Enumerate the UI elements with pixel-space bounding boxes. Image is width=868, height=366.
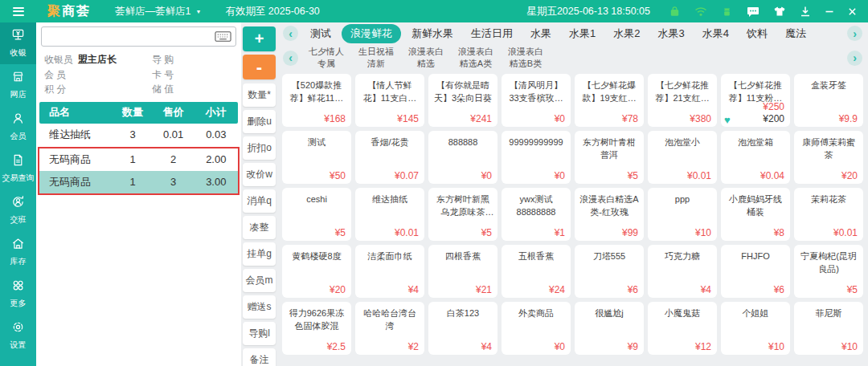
sidebar-item-交班[interactable]: 交班 [0,189,36,231]
column-header: 售价 [153,105,194,120]
category-tab-新鲜水果[interactable]: 新鲜水果 [404,24,461,43]
product-card[interactable]: 外卖商品¥0 [502,302,571,355]
sidebar-item-交易查询[interactable]: 交易查询 [0,148,36,189]
sidebar-item-更多[interactable]: 更多 [0,273,36,315]
product-card[interactable]: 小鹿妈妈牙线桶装¥8 [721,188,790,241]
product-card[interactable]: 巧克力糖¥4 [648,245,717,298]
product-card[interactable]: 【七夕鲜花爆款】19支红玫瑰花¥78 [575,74,644,127]
product-card[interactable]: ceshi¥5 [282,188,351,241]
product-card[interactable]: 白茶123¥4 [428,302,497,355]
product-card[interactable]: 【七夕鲜花推荐】11支粉玫瑰花¥250¥200♥ [721,74,790,127]
product-card[interactable]: 哈哈哈台湾台湾¥2 [355,302,424,355]
product-card[interactable]: 东方树叶青柑普洱¥5 [575,131,644,184]
product-card[interactable]: 泡泡堂小¥0.01 [648,131,717,184]
wifi-icon[interactable] [694,6,707,17]
product-card[interactable]: 洁柔面巾纸¥4 [355,245,424,298]
category-tab-水果3[interactable]: 水果3 [650,24,691,43]
product-card[interactable]: 菲尼斯¥10 [794,302,863,355]
sidebar-item-收银[interactable]: 收银 [0,22,36,64]
sidebar-item-会员[interactable]: 会员 [0,106,36,148]
cart-row[interactable]: 无码商品122.00 [39,148,238,171]
product-card[interactable]: 康师傅茉莉蜜茶¥20 [794,131,863,184]
action-button-会员m[interactable]: 会员m [243,269,276,292]
quantity-minus-button[interactable]: - [243,55,276,79]
message-icon[interactable] [747,6,760,18]
category-tab-水果[interactable]: 水果 [523,24,559,43]
product-card[interactable]: 99999999999¥0 [502,131,571,184]
android-icon[interactable] [721,6,733,18]
menu-icon[interactable] [0,7,36,16]
product-card[interactable]: 茉莉花茶¥0.01 [794,188,863,241]
cart-row[interactable]: 维达抽纸30.010.03 [39,124,238,146]
quantity-plus-button[interactable]: + [243,26,276,51]
product-card[interactable]: 【520爆款推荐】鲜花11支红玫瑰花¥168 [282,74,351,127]
bag-icon[interactable] [669,6,681,18]
action-button-备注[interactable]: 备注 [243,348,276,366]
product-card[interactable]: 东方树叶新黑乌龙原味茶500ml¥5 [428,188,497,241]
product-card[interactable]: 香烟/花贵¥0.07 [355,131,424,184]
action-button-删除u[interactable]: 删除u [243,110,276,133]
action-button-挂单g[interactable]: 挂单g [243,242,276,266]
subcategory-tab-生日祝福清新[interactable]: 生日祝福清新 [358,46,394,70]
product-card[interactable]: ywx测试88888888¥1 [502,188,571,241]
action-button-赠送s[interactable]: 赠送s [243,295,276,319]
product-card[interactable]: FHJFO¥6 [721,245,790,298]
tabs-next-icon[interactable]: › [847,26,862,41]
action-button-导购l[interactable]: 导购l [243,322,276,345]
category-tab-测试[interactable]: 测试 [303,24,338,43]
cart-panel: 收银员盟主店长导 购会 员卡 号积 分储 值 品名数量售价小计 维达抽纸30.0… [36,22,241,366]
close-icon[interactable] [848,7,857,16]
sidebar-item-label: 网店 [10,89,27,100]
sidebar-item-网店[interactable]: 网店 [0,64,36,106]
subcategory-tab-浪漫表白精选A类[interactable]: 浪漫表白精选A类 [458,46,493,70]
product-card[interactable]: 四根香蕉¥21 [428,245,497,298]
subtabs-prev-icon[interactable]: ‹ [283,51,298,66]
product-card[interactable]: 刀塔555¥6 [575,245,644,298]
product-card[interactable]: 很尴尬j¥9 [575,302,644,355]
action-button-折扣o[interactable]: 折扣o [243,136,276,160]
cashier-info: 收银员盟主店长导 购会 员卡 号积 分储 值 [36,49,241,101]
cart-row[interactable]: 无码商品133.00 [39,171,238,193]
subcategory-tab-浪漫表白精选B类[interactable]: 浪漫表白精选B类 [508,46,543,70]
action-button-改价w[interactable]: 改价w [243,163,276,186]
category-tab-水果4[interactable]: 水果4 [695,24,736,43]
product-card[interactable]: ppp¥10 [648,188,717,241]
product-card[interactable]: 五根香蕉¥24 [502,245,571,298]
subcategory-tab-浪漫表白精选[interactable]: 浪漫表白精选 [408,46,444,70]
product-card[interactable]: 【七夕鲜花推荐】21支红玫瑰花¥380 [648,74,717,127]
product-card[interactable]: 宁夏枸杞(昆玥良品)¥5 [794,245,863,298]
product-card[interactable]: 测试¥50 [282,131,351,184]
category-tab-饮料[interactable]: 饮料 [739,24,775,43]
category-tab-水果1[interactable]: 水果1 [562,24,603,43]
sidebar-item-库存[interactable]: 库存 [0,231,36,273]
shirt-icon[interactable] [773,6,786,17]
category-tab-魔法[interactable]: 魔法 [778,24,813,43]
subcategory-tab-七夕情人专属[interactable]: 七夕情人专属 [309,46,344,70]
category-tab-生活日用[interactable]: 生活日用 [464,24,520,43]
product-card[interactable]: 888888¥0 [428,131,497,184]
keyboard-icon[interactable] [215,31,231,46]
sidebar-item-设置[interactable]: 设置 [0,315,36,356]
product-card[interactable]: 小魔鬼菇¥12 [648,302,717,355]
product-card[interactable]: 浪漫表白精选A类-红玫瑰¥99 [575,188,644,241]
product-card[interactable]: 【有你就是晴天】3朵向日葵¥241 [428,74,497,127]
product-card[interactable]: 黄鹤楼硬8度¥20 [282,245,351,298]
product-card[interactable]: 得力9626果冻色固体胶混¥2.5 [282,302,351,355]
tabs-prev-icon[interactable]: ‹ [283,26,298,41]
product-card[interactable]: 【情人节鲜花】11支白玫瑰花¥145 [355,74,424,127]
action-button-凑整[interactable]: 凑整 [243,216,276,239]
category-tab-水果2[interactable]: 水果2 [606,24,647,43]
product-card[interactable]: 个姐姐¥10 [721,302,790,355]
download-icon[interactable] [800,6,811,17]
action-button-消单q[interactable]: 消单q [243,189,276,213]
product-card[interactable]: 盒装牙签¥9.9 [794,74,863,127]
product-card[interactable]: 泡泡堂箱¥0.04 [721,131,790,184]
action-button-数量*[interactable]: 数量* [243,83,276,107]
category-tab-浪漫鲜花[interactable]: 浪漫鲜花 [342,24,401,43]
subtabs-next-icon[interactable]: › [847,51,862,66]
scan-input[interactable] [41,26,236,47]
product-card[interactable]: 维达抽纸¥0.01 [355,188,424,241]
product-card[interactable]: 【清风明月】33支香槟玫瑰花¥0 [502,74,571,127]
minimize-icon[interactable] [825,6,834,16]
store-selector[interactable]: 荟鲜店—荟鲜店1 ▼ [115,5,201,18]
